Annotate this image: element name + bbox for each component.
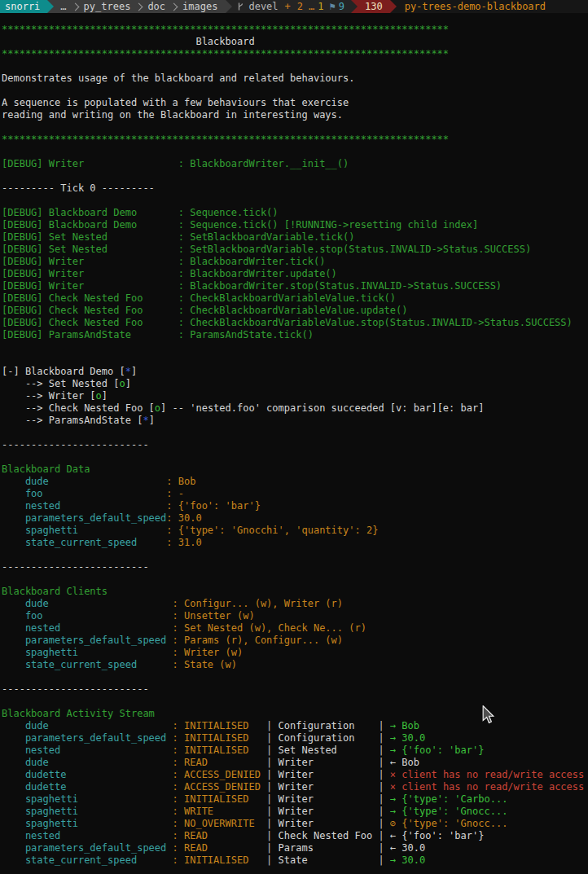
terminal-line: Demonstrates usage of the blackboard and… bbox=[2, 72, 588, 85]
terminal-line bbox=[2, 549, 588, 561]
terminal-line: [DEBUG] Check Nested Foo : CheckBlackboa… bbox=[2, 305, 588, 317]
terminal-line: dude : Configur... (w), Writer (r) bbox=[2, 598, 588, 610]
terminal-line bbox=[2, 146, 588, 158]
terminal-line: [DEBUG] Set Nested : SetBlackboardVariab… bbox=[2, 231, 588, 244]
git-branch-name: devel bbox=[248, 0, 278, 13]
hostname-segment: snorri bbox=[0, 0, 47, 13]
git-changed-icon: + bbox=[285, 0, 291, 13]
powerline-arrow-icon bbox=[390, 0, 397, 13]
breadcrumb-item: … bbox=[60, 0, 66, 13]
command-label: py-trees-demo-blackboard bbox=[405, 0, 546, 13]
terminal-line: spaghetti : INITIALISED | Writer | → {'t… bbox=[2, 793, 588, 806]
terminal-line: spaghetti : {'type': 'Gnocchi', 'quantit… bbox=[2, 525, 588, 537]
git-untracked-icon: … bbox=[309, 0, 314, 13]
terminal-line: [DEBUG] Writer : BlackboardWriter.update… bbox=[2, 268, 588, 280]
terminal-line: dudette : ACCESS_DENIED | Writer | × cli… bbox=[2, 769, 588, 781]
terminal-line: [DEBUG] Set Nested : SetBlackboardVariab… bbox=[2, 244, 588, 256]
terminal-line bbox=[2, 354, 588, 366]
git-changed-count: 2 bbox=[297, 0, 303, 13]
terminal-line: A sequence is populated with a few behav… bbox=[2, 97, 588, 109]
terminal-line: ------------------------- bbox=[2, 683, 588, 696]
terminal-line bbox=[2, 427, 588, 439]
mouse-cursor-icon bbox=[482, 705, 494, 724]
terminal-line: [DEBUG] Blackboard Demo : Sequence.tick(… bbox=[2, 207, 588, 219]
terminal-line: state_current_speed : INITIALISED | Stat… bbox=[2, 854, 588, 867]
terminal-line: state_current_speed : State (w) bbox=[2, 659, 588, 671]
terminal-line: nested : READ | Check Nested Foo | ← {'f… bbox=[2, 830, 588, 842]
breadcrumb-item: doc bbox=[147, 0, 165, 13]
git-stash-icon: ⚑ bbox=[330, 0, 336, 13]
terminal-line: ------------------------- bbox=[2, 561, 588, 573]
powerline-arrow-icon bbox=[351, 0, 358, 13]
terminal-line: ****************************************… bbox=[2, 24, 588, 36]
terminal-line: [DEBUG] Writer : BlackboardWriter.stop(S… bbox=[2, 280, 588, 292]
terminal-line: dude : Bob bbox=[2, 476, 588, 488]
chevron-separator-icon bbox=[135, 2, 143, 11]
terminal-line bbox=[2, 451, 588, 463]
chevron-separator-icon bbox=[170, 2, 178, 11]
chevron-separator-icon bbox=[71, 2, 79, 11]
terminal-line bbox=[2, 573, 588, 586]
breadcrumb-item: images bbox=[182, 0, 217, 13]
terminal-line: spaghetti : NO_OVERWRITE | Writer | ⊘ {'… bbox=[2, 818, 588, 830]
terminal-line: spaghetti : WRITE | Writer | → {'type': … bbox=[2, 806, 588, 818]
terminal-line: reading and writing on the Blackboard in… bbox=[2, 109, 588, 121]
git-stash-count: 9 bbox=[339, 0, 344, 13]
terminal-line: [DEBUG] Check Nested Foo : CheckBlackboa… bbox=[2, 292, 588, 305]
terminal-line: dudette : ACCESS_DENIED | Writer | × cli… bbox=[2, 781, 588, 793]
terminal-line: [DEBUG] Check Nested Foo : CheckBlackboa… bbox=[2, 317, 588, 329]
terminal-line: --> Set Nested [o] bbox=[2, 378, 588, 390]
terminal-line bbox=[2, 341, 588, 354]
terminal-line: [DEBUG] Writer : BlackboardWriter.__init… bbox=[2, 158, 588, 170]
terminal-line: ****************************************… bbox=[2, 134, 588, 146]
terminal-line: ------------------------- bbox=[2, 439, 588, 451]
terminal-line bbox=[2, 195, 588, 207]
terminal-line: nested : {'foo': 'bar'} bbox=[2, 500, 588, 512]
terminal-line: state_current_speed : 31.0 bbox=[2, 537, 588, 549]
git-untracked-count: 1 bbox=[318, 0, 323, 13]
terminal-line: [DEBUG] Writer : BlackboardWriter.tick() bbox=[2, 256, 588, 268]
exit-code: 130 bbox=[365, 0, 383, 13]
terminal-line: foo : Unsetter (w) bbox=[2, 610, 588, 622]
terminal-line: dude : INITIALISED | Configuration | → B… bbox=[2, 720, 588, 732]
running-command-name: py-trees-demo-blackboard bbox=[397, 0, 554, 13]
terminal-line: ****************************************… bbox=[2, 48, 588, 60]
git-status-segment: devel + 2 … 1 ⚑ 9 bbox=[232, 0, 351, 13]
terminal-line: --> Check Nested Foo [o] -- 'nested.foo'… bbox=[2, 402, 588, 415]
terminal-line: Blackboard bbox=[2, 36, 588, 48]
terminal-output[interactable]: ****************************************… bbox=[0, 13, 588, 867]
terminal-line bbox=[2, 170, 588, 182]
breadcrumb-item: py_trees bbox=[84, 0, 131, 13]
terminal-line: parameters_default_speed: 30.0 bbox=[2, 512, 588, 525]
terminal-line: parameters_default_speed : INITIALISED |… bbox=[2, 732, 588, 744]
terminal-line: parameters_default_speed : Params (r), C… bbox=[2, 635, 588, 647]
tmux-status-bar: snorri … py_trees doc images devel + 2 …… bbox=[0, 0, 588, 13]
hostname: snorri bbox=[5, 0, 40, 13]
terminal-line bbox=[2, 60, 588, 72]
git-branch-icon bbox=[237, 2, 244, 11]
terminal-line bbox=[2, 85, 588, 97]
terminal-line: [DEBUG] ParamsAndState : ParamsAndState.… bbox=[2, 329, 588, 341]
powerline-arrow-icon bbox=[226, 0, 232, 13]
terminal-line: parameters_default_speed : READ | Params… bbox=[2, 842, 588, 854]
terminal-line bbox=[2, 121, 588, 134]
terminal-line: --------- Tick 0 --------- bbox=[2, 182, 588, 195]
terminal-line: --> Writer [o] bbox=[2, 390, 588, 402]
exit-code-segment: 130 bbox=[358, 0, 390, 13]
terminal-line: --> ParamsAndState [*] bbox=[2, 415, 588, 427]
terminal-line: [DEBUG] Blackboard Demo : Sequence.tick(… bbox=[2, 219, 588, 231]
terminal-line: foo : - bbox=[2, 488, 588, 500]
terminal-line: Blackboard Data bbox=[2, 463, 588, 476]
terminal-line: [-] Blackboard Demo [*] bbox=[2, 366, 588, 378]
terminal-line: spaghetti : Writer (w) bbox=[2, 647, 588, 659]
terminal-line: Blackboard Activity Stream bbox=[2, 708, 588, 720]
powerline-arrow-icon bbox=[47, 0, 54, 13]
terminal-line bbox=[2, 671, 588, 683]
terminal-line: dude : READ | Writer | ← Bob bbox=[2, 757, 588, 769]
terminal-line bbox=[2, 696, 588, 708]
terminal-line: Blackboard Clients bbox=[2, 586, 588, 598]
path-segment: … py_trees doc images bbox=[54, 0, 226, 13]
terminal-line: nested : Set Nested (w), Check Ne... (r) bbox=[2, 622, 588, 635]
terminal-line: nested : INITIALISED | Set Nested | → {'… bbox=[2, 744, 588, 757]
